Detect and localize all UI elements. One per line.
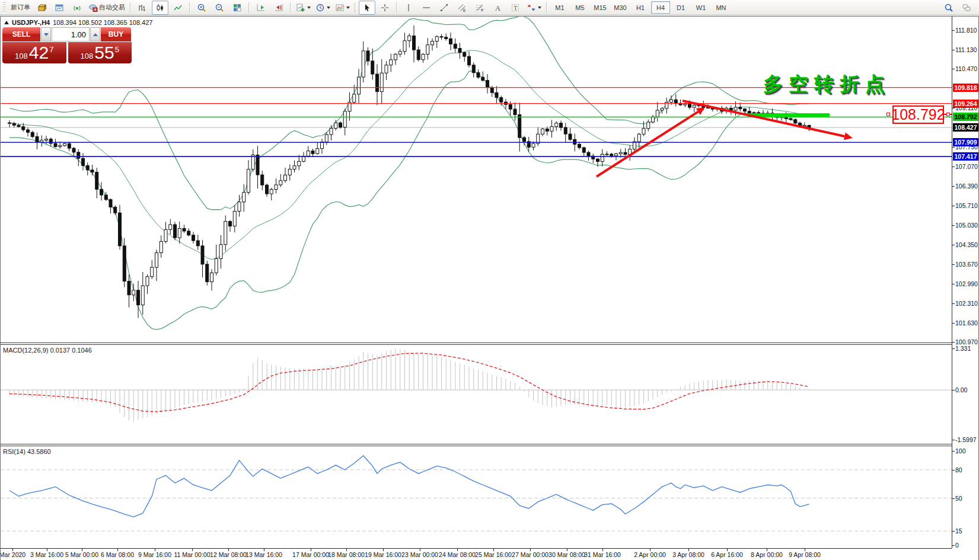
object-handle[interactable] [886,113,890,116]
buy-price[interactable]: 108 55 5 [68,42,132,63]
time-axis-label: 19 Mar 16:00 [365,551,401,558]
axis-tick [952,245,955,245]
chart-shift-button[interactable] [270,1,287,15]
toolbar-separator [355,2,356,13]
price-axis-label: 106.390 [955,183,978,190]
label-button[interactable]: T [507,1,524,15]
sell-button[interactable]: SELL [2,27,40,41]
turning-point-annotation[interactable]: 多空转折点 [763,71,891,98]
timeframe-d1[interactable]: D1 [671,1,690,14]
zoom-out-icon [215,3,224,12]
chevron-down-icon [307,7,311,9]
template-icon [335,3,345,12]
pane-divider[interactable] [1,444,952,446]
fibo-icon: F [475,3,484,12]
vline-icon [404,3,413,12]
channel-button[interactable]: E [454,1,470,15]
price-badge: 107.417 [953,152,978,161]
main-chart-canvas[interactable] [1,17,952,343]
price-axis-label: 111.130 [955,46,977,53]
toolbar-separator [396,2,397,13]
chat-button[interactable] [958,1,975,15]
vertical-line-button[interactable] [400,1,417,15]
toolbar-separator [248,2,250,13]
trendline-button[interactable] [436,1,452,15]
sell-price[interactable]: 108 42 7 [2,42,66,63]
axis-tick [952,390,955,391]
price-axis[interactable]: 111.810111.130110.470109.110107.750107.0… [952,17,978,548]
horizontal-line-button[interactable] [418,1,435,15]
price-badge: 108.792 [953,113,978,121]
buy-price-prefix: 108 [81,52,94,60]
axis-tick [952,323,955,324]
timeframe-m5[interactable]: M5 [570,1,589,14]
arrows-button[interactable] [525,1,543,15]
periods-button[interactable] [314,1,332,15]
axis-tick [952,30,955,31]
buy-price-sup: 5 [115,45,119,54]
timeframe-m15[interactable]: M15 [591,1,610,14]
svg-text:F: F [481,8,484,12]
zoom-in-button[interactable] [193,1,210,15]
indicators-button[interactable] [294,1,312,15]
volume-increase-button[interactable] [90,27,100,41]
collapse-arrow-icon[interactable] [4,21,9,24]
trend-arrow-line[interactable] [683,101,844,136]
price-badge: 108.427 [953,123,978,132]
volume-input[interactable]: 1.00 [52,27,90,41]
buy-button[interactable]: BUY [101,27,131,41]
price-badge: 109.264 [953,100,978,108]
buy-price-main: 55 [94,44,114,62]
line-chart-button[interactable] [170,1,186,15]
timeframe-h4[interactable]: H4 [651,1,670,14]
object-handle[interactable] [946,113,950,116]
fibonacci-button[interactable]: F [471,1,488,15]
volume-decrease-button[interactable] [41,27,51,41]
crosshair-button[interactable] [377,1,393,15]
templates-button[interactable] [333,1,352,15]
zoom-out-button[interactable] [211,1,228,15]
new-order-button-label: 新订单 [11,3,30,12]
timeframe-m1[interactable]: M1 [550,1,569,14]
cloud-icon [88,3,98,12]
macd-pane-canvas[interactable] [1,345,952,444]
bar-chart-button[interactable] [134,1,151,15]
time-axis-label: 27 Mar 00:00 [512,551,549,558]
spin-up-icon [93,33,98,36]
axis-tick [952,498,955,499]
text-button[interactable]: A [489,1,506,15]
timeframe-w1[interactable]: W1 [691,1,710,14]
axis-tick [952,50,955,50]
macd-histogram [9,348,810,421]
time-axis-label: 12 Mar 08:00 [210,551,247,558]
new-order-button[interactable]: 新订单 [8,1,32,15]
timeframe-m30[interactable]: M30 [611,1,630,14]
rsi-line [9,456,809,517]
pane-divider[interactable] [1,343,952,345]
trend-arrow-line[interactable] [597,112,698,177]
auto-trading-button[interactable]: 自动交易 [87,1,127,15]
auto-scroll-button[interactable] [253,1,269,15]
axis-tick [952,545,955,546]
time-axis[interactable]: Mar 20203 Mar 16:005 Mar 00:006 Mar 08:0… [1,548,952,559]
magnifier-icon [944,3,954,12]
indicator-add-icon [296,3,305,12]
time-axis-label: 30 Mar 08:00 [549,551,585,558]
text-a-icon: A [493,3,502,12]
price-callout-box[interactable]: 108.792 [892,105,944,124]
timeframe-h1[interactable]: H1 [631,1,650,14]
time-axis-label: 6 Apr 16:00 [711,551,743,558]
cursor-button[interactable] [359,1,375,15]
sell-price-sup: 7 [49,45,53,54]
search-button[interactable] [940,1,957,15]
signals-button[interactable] [69,1,85,15]
cursor-icon [362,3,372,12]
candlestick-chart-button[interactable] [152,1,168,15]
tile-windows-button[interactable] [229,1,245,15]
timeframe-mn[interactable]: MN [712,1,731,14]
market-watch-button[interactable] [51,1,68,15]
chart-window-button[interactable] [33,1,50,15]
rsi-pane-canvas[interactable] [1,447,952,548]
axis-tick [952,470,955,471]
toolbar: 新订单自动交易EFATM1M5M15M30H1H4D1W1MN [0,0,979,15]
